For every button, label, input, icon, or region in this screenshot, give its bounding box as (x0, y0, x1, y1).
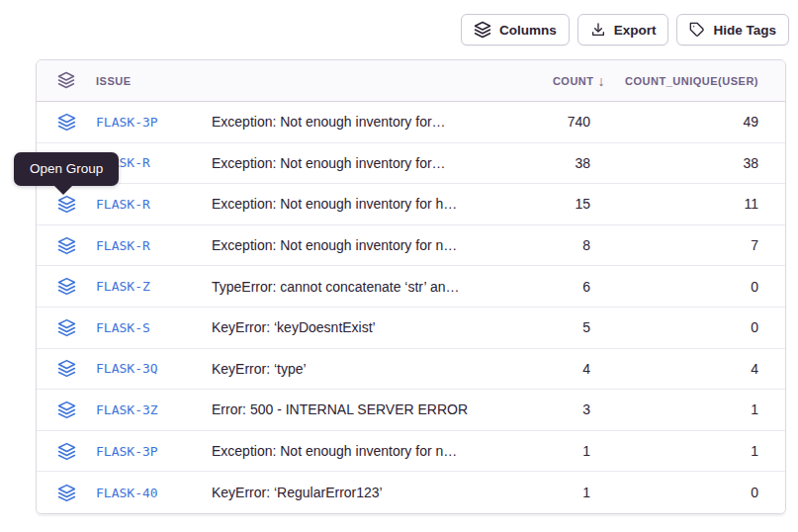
issue-icon-cell (37, 484, 96, 502)
issue-link[interactable]: FLASK-R (96, 197, 212, 212)
issue-link[interactable]: FLASK-S (96, 320, 212, 335)
table-row: FLASK-R Exception: Not enough inventory … (37, 184, 785, 225)
open-group-tooltip-label: Open Group (30, 161, 103, 176)
issue-title: Exception: Not enough inventory for n… (212, 443, 494, 459)
issue-icon-cell (37, 359, 96, 378)
export-button-label: Export (614, 23, 657, 38)
issue-title: TypeError: cannot concatenate ‘str’ an… (212, 279, 494, 295)
count-unique-value: 7 (590, 237, 785, 253)
issue-title: KeyError: ‘keyDoesntExist’ (212, 319, 494, 335)
issue-icon-cell (37, 400, 96, 419)
issue-title: Exception: Not enough inventory for… (212, 114, 494, 130)
toolbar: Columns Export Hide Tags (461, 14, 789, 45)
layers-icon (57, 71, 75, 91)
issue-title: KeyError: ‘RegularError123’ (212, 485, 494, 500)
count-unique-value: 38 (590, 155, 785, 171)
count-value: 3 (494, 401, 590, 417)
count-value: 38 (494, 155, 590, 171)
issue-icon-cell (37, 236, 96, 255)
tag-icon (689, 22, 705, 38)
issue-title: Exception: Not enough inventory for h… (212, 196, 494, 212)
issue-layers-icon[interactable] (57, 400, 76, 419)
hide-tags-button-label: Hide Tags (713, 23, 776, 38)
count-unique-value: 0 (590, 485, 785, 500)
issue-icon-cell (37, 442, 96, 461)
count-unique-value: 1 (590, 401, 785, 417)
table-row: FLASK-3Q KeyError: ‘type’ 4 4 (37, 349, 785, 391)
issue-link[interactable]: FLASK-Z (96, 279, 212, 294)
issue-icon-cell (37, 113, 96, 132)
count-unique-value: 49 (590, 114, 785, 130)
table-row: FLASK-Z TypeError: cannot concatenate ‘s… (37, 266, 785, 308)
count-unique-value: 0 (590, 279, 785, 295)
header-icon-cell (37, 71, 96, 91)
table-row: FLASK-3Z Error: 500 - INTERNAL SERVER ER… (37, 390, 785, 431)
count-value: 5 (494, 319, 590, 335)
columns-button[interactable]: Columns (461, 14, 570, 45)
table-body: FLASK-3P Exception: Not enough inventory… (37, 102, 785, 513)
results-table: ISSUE COUNT ↓ COUNT_UNIQUE(USER) FLASK-3… (36, 59, 786, 514)
hide-tags-button[interactable]: Hide Tags (676, 14, 789, 45)
issue-layers-icon[interactable] (57, 442, 76, 461)
count-value: 1 (494, 443, 590, 459)
issue-link[interactable]: FLASK-R (96, 238, 212, 253)
column-header-count-label: COUNT (553, 75, 594, 87)
table-row: FLASK-S KeyError: ‘keyDoesntExist’ 5 0 (37, 308, 785, 349)
table-row: FLASK-R Exception: Not enough inventory … (37, 143, 785, 185)
table-row: FLASK-3P Exception: Not enough inventory… (37, 431, 785, 473)
issue-link[interactable]: FLASK-3P (96, 115, 212, 130)
issue-title: Exception: Not enough inventory for n… (212, 237, 494, 253)
column-header-issue[interactable]: ISSUE (96, 75, 494, 87)
issue-layers-icon[interactable] (57, 195, 76, 214)
issue-title: KeyError: ‘type’ (212, 361, 494, 377)
count-unique-value: 1 (590, 443, 785, 459)
count-value: 740 (494, 114, 590, 130)
issue-title: Error: 500 - INTERNAL SERVER ERROR (212, 401, 494, 417)
count-value: 6 (494, 279, 590, 295)
export-button[interactable]: Export (577, 14, 669, 45)
issue-link[interactable]: FLASK-3P (96, 444, 212, 459)
column-header-count-unique[interactable]: COUNT_UNIQUE(USER) (590, 75, 785, 87)
table-row: FLASK-3P Exception: Not enough inventory… (37, 102, 785, 143)
issue-link[interactable]: FLASK-40 (96, 486, 212, 500)
table-row: FLASK-40 KeyError: ‘RegularError123’ 1 0 (37, 472, 785, 513)
count-value: 1 (494, 485, 590, 500)
count-value: 4 (494, 361, 590, 377)
column-header-count[interactable]: COUNT ↓ (494, 74, 590, 88)
issue-icon-cell (37, 318, 96, 337)
issue-link[interactable]: FLASK-3Z (96, 402, 212, 417)
count-value: 8 (494, 237, 590, 253)
count-unique-value: 4 (590, 361, 785, 377)
count-unique-value: 0 (590, 319, 785, 335)
count-value: 15 (494, 196, 590, 212)
issue-icon-cell (37, 195, 96, 214)
issue-layers-icon[interactable] (57, 484, 76, 502)
issue-title: Exception: Not enough inventory for… (212, 155, 494, 171)
issue-layers-icon[interactable] (57, 359, 76, 378)
table-row: FLASK-R Exception: Not enough inventory … (37, 225, 785, 267)
issue-icon-cell (37, 277, 96, 296)
issue-layers-icon[interactable] (57, 277, 76, 296)
download-icon (590, 22, 606, 38)
table-header: ISSUE COUNT ↓ COUNT_UNIQUE(USER) (37, 60, 785, 102)
layers-icon (474, 21, 491, 39)
issue-layers-icon[interactable] (57, 113, 76, 132)
count-unique-value: 11 (590, 196, 785, 212)
issue-link[interactable]: FLASK-3Q (96, 361, 212, 376)
issue-layers-icon[interactable] (57, 318, 76, 337)
issue-layers-icon[interactable] (57, 236, 76, 255)
open-group-tooltip: Open Group (14, 152, 119, 186)
columns-button-label: Columns (499, 23, 557, 38)
